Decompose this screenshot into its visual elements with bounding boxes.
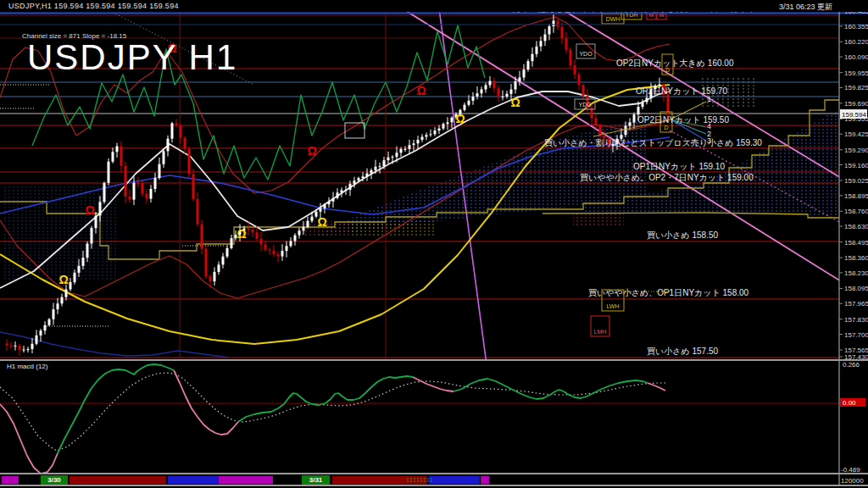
level-box-label: LMH: [594, 329, 607, 335]
timeline-segment: [168, 476, 219, 484]
price-axis-label: 159.290: [844, 147, 868, 154]
candlestick: [561, 27, 564, 38]
candlestick: [294, 236, 297, 241]
candlestick: [99, 202, 102, 215]
annotation-text: OP1日NYカット 159.10: [633, 162, 725, 171]
candlestick: [159, 164, 161, 178]
candlestick: [337, 192, 339, 197]
macd-line-bullish: [58, 364, 174, 453]
macd-scale-bottom: -0.489: [841, 466, 860, 474]
candlestick: [281, 251, 284, 256]
candlestick: [231, 238, 233, 248]
candlestick: [430, 134, 432, 135]
candlestick: [400, 149, 403, 152]
candlestick: [362, 176, 364, 178]
candlestick: [23, 350, 25, 351]
timeline-segment: [429, 476, 480, 484]
candlestick: [523, 69, 526, 77]
candlestick: [14, 346, 17, 347]
price-axis-label: 159.825: [844, 84, 868, 92]
price-axis-label: 159.955: [844, 69, 868, 77]
candlestick: [341, 190, 343, 192]
candlestick: [375, 167, 377, 170]
candlestick: [370, 170, 373, 174]
candlestick: [19, 346, 21, 350]
candlestick: [417, 140, 420, 143]
timeline-segment: [70, 476, 166, 484]
candlestick: [379, 166, 381, 167]
update-timestamp: 3/31 06:23 更新: [779, 2, 832, 13]
candlestick: [201, 225, 203, 249]
sell-marker-icon: Ω: [85, 203, 94, 217]
price-axis-label: 157.965: [844, 300, 868, 308]
candlestick: [129, 197, 131, 200]
pane-divider: [0, 359, 868, 361]
candlestick: [345, 190, 348, 191]
candlestick: [78, 266, 81, 273]
level-box-label: D: [664, 125, 668, 130]
price-axis-label: 158.360: [844, 254, 868, 262]
candlestick: [108, 162, 110, 183]
candlestick: [112, 152, 114, 161]
candlestick: [171, 123, 174, 138]
price-axis-label: 159.025: [844, 177, 868, 185]
candlestick: [536, 47, 538, 54]
candlestick: [273, 251, 275, 254]
candlestick: [192, 174, 195, 198]
annotation-text: OP2日NYカット 159.50: [637, 115, 729, 125]
candlestick: [91, 228, 93, 243]
candlestick: [61, 297, 64, 304]
candlestick: [197, 199, 199, 225]
annotation-text: OP2日NYカット大きめ 160.00: [616, 58, 734, 68]
candlestick: [451, 118, 453, 123]
candlestick: [248, 229, 250, 230]
macd-line-bearish: [413, 377, 453, 391]
candlestick: [65, 289, 68, 297]
annotation-text: 買い小さめ 158.50: [647, 230, 719, 240]
candlestick: [226, 248, 229, 257]
candlestick: [175, 123, 178, 125]
candlestick: [256, 232, 259, 239]
candlestick: [413, 143, 415, 145]
price-axis-label: 159.690: [844, 100, 868, 108]
candlestick: [387, 158, 390, 161]
symbol-ohlc-info: USDJPY,H1 159.594 159.594 159.594 159.59…: [8, 2, 179, 10]
candlestick: [307, 221, 309, 227]
buy-marker-icon: Ω: [236, 227, 246, 241]
candlestick: [150, 189, 153, 199]
annotation-text: 買いやや小さめ、OP1日NYカット 158.00: [588, 288, 749, 297]
date-label: 3/31: [309, 476, 323, 484]
candlestick: [396, 152, 398, 157]
candlestick: [324, 204, 326, 208]
price-axis-label: 160.220: [844, 38, 868, 46]
macd-indicator-label: H1 macd (12): [7, 363, 47, 370]
candlestick: [303, 227, 305, 230]
fan-label: 1: [707, 95, 711, 103]
candlestick: [40, 330, 42, 336]
candlestick: [82, 258, 85, 266]
candlestick: [421, 136, 424, 140]
price-axis-label: 158.630: [844, 223, 868, 230]
candlestick: [31, 344, 34, 349]
macd-scale-zero: 0.00: [843, 399, 856, 407]
candlestick: [578, 75, 581, 86]
timeline-segment: [219, 476, 273, 484]
candlestick: [44, 325, 47, 331]
macd-line-bullish: [238, 376, 413, 422]
candlestick: [6, 344, 8, 346]
candlestick: [290, 241, 292, 246]
ichimoku-cloud: [349, 221, 434, 237]
level-box-label: YDC: [579, 102, 592, 108]
candlestick: [426, 135, 428, 136]
candlestick: [531, 54, 534, 61]
macd-scale-top: 0.266: [843, 361, 860, 369]
candlestick: [103, 183, 106, 202]
candlestick: [510, 90, 513, 94]
window-border-bottom: [0, 485, 868, 486]
candlestick: [548, 26, 551, 35]
candlestick: [485, 85, 487, 89]
candlestick: [353, 180, 356, 184]
buy-marker-icon: Ω: [317, 215, 326, 229]
candlestick: [642, 102, 644, 107]
annotation-text: 買い小さめ 157.50: [647, 347, 719, 356]
